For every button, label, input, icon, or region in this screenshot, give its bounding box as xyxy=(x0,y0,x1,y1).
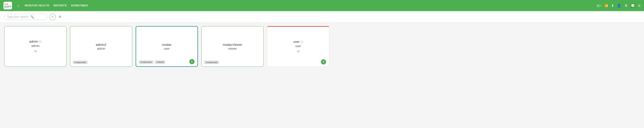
filter-dropdown[interactable]: ⊟ ▾ xyxy=(597,4,602,8)
nav-reports[interactable]: REPORTS xyxy=(54,4,67,7)
search-box[interactable]: Type your search 🔍 xyxy=(4,14,47,20)
tag: modacweb xyxy=(204,61,219,64)
dropdown-arrow-icon: ▾ xyxy=(600,4,602,7)
nav-downtimes[interactable]: DOWNTIMES xyxy=(71,4,88,7)
header-actions: ⊟ ▾ 📶 ⬆ 👤 🖥 💬 ≡ xyxy=(597,3,640,8)
card-name: admin2 xyxy=(96,43,106,46)
add-icon: + xyxy=(52,15,54,19)
card-card-admin[interactable]: adminⓘadmin✉ xyxy=(4,26,66,67)
card-name: modacViewer xyxy=(223,43,242,46)
card-card-modacviewer[interactable]: modacViewerviewermodacweb xyxy=(201,26,264,67)
card-name: modac xyxy=(162,43,172,46)
menu-lines-icon: ≡ xyxy=(59,14,61,19)
card-badge: 1 xyxy=(189,59,194,64)
card-role: viewer xyxy=(228,47,237,50)
card-role: admin xyxy=(97,47,105,50)
mail-icon: ✉ xyxy=(297,49,300,53)
header: mug SOFT ⌂ MONITOR HEALTH REPORTS DOWNTI… xyxy=(0,0,644,11)
nav-links: MONITOR HEALTH REPORTS DOWNTIMES xyxy=(25,4,88,7)
card-tags: modacweb xyxy=(204,61,219,64)
logo-soft-text: SOFT xyxy=(4,5,12,8)
card-role: user xyxy=(295,44,301,48)
signal-icon[interactable]: 📶 xyxy=(604,4,608,7)
card-name: adminⓘ xyxy=(30,40,42,44)
cards-area: adminⓘadmin✉admin2adminmodacwebmodacuser… xyxy=(0,23,644,70)
card-card-modac[interactable]: modacusermodacwebindeed1 xyxy=(136,26,198,67)
toolbar-menu-icon[interactable]: ≡ xyxy=(58,14,62,20)
logo[interactable]: mug SOFT xyxy=(4,2,12,9)
user-account-icon[interactable]: 👤 xyxy=(617,4,621,8)
card-name: userⓘ xyxy=(293,40,303,44)
tag: modacweb xyxy=(139,60,154,64)
info-icon: ⓘ xyxy=(39,40,42,43)
monitor-icon[interactable]: 🖥 xyxy=(624,4,628,7)
card-badge: 2 xyxy=(321,59,326,64)
search-icon[interactable]: 🔍 xyxy=(30,15,34,19)
search-placeholder-text: Type your search xyxy=(7,15,28,18)
home-icon[interactable]: ⌂ xyxy=(17,3,20,8)
filter-icon: ⊟ xyxy=(597,4,600,8)
card-card-user[interactable]: userⓘuser✉2 xyxy=(267,26,329,67)
logo-mug-text: mug xyxy=(4,3,12,5)
toolbar: Type your search 🔍 + ≡ xyxy=(0,11,644,23)
tag: modacweb xyxy=(73,61,88,64)
info-icon: ⓘ xyxy=(300,40,303,43)
card-tags: modacweb xyxy=(73,61,88,64)
card-tags: modacwebindeed xyxy=(139,60,165,64)
upload-icon[interactable]: ⬆ xyxy=(611,4,614,8)
chat-icon[interactable]: 💬 xyxy=(631,4,635,8)
card-role: admin xyxy=(31,44,40,47)
mail-icon: ✉ xyxy=(34,49,37,53)
add-button[interactable]: + xyxy=(49,14,56,20)
nav-monitor-health[interactable]: MONITOR HEALTH xyxy=(25,4,49,7)
tag: indeed xyxy=(155,60,165,64)
card-role: user xyxy=(164,47,170,50)
card-card-admin2[interactable]: admin2adminmodacweb xyxy=(70,26,132,67)
hamburger-menu-icon[interactable]: ≡ xyxy=(638,3,640,8)
